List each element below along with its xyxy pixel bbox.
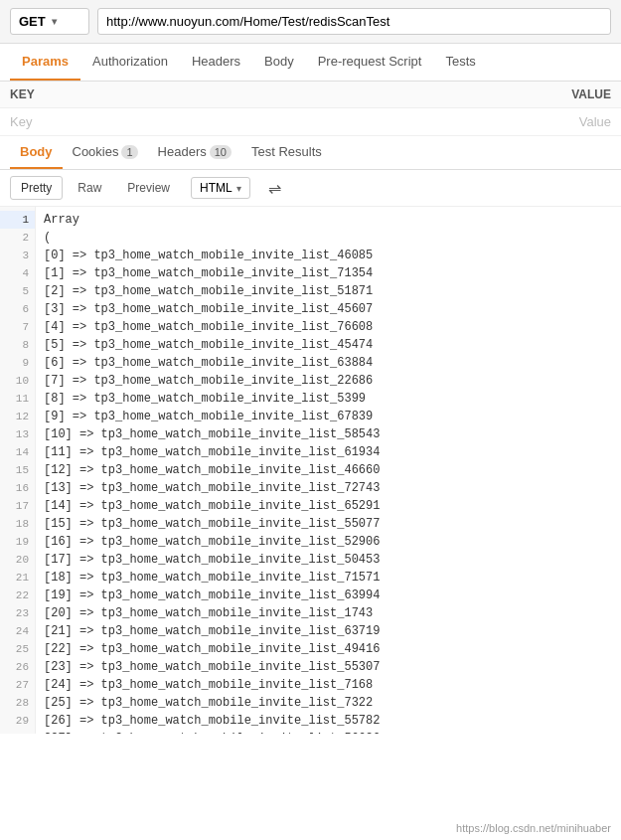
code-content: Array( [0] => tp3_home_watch_mobile_invi…	[36, 207, 621, 734]
line-number: 4	[0, 264, 35, 282]
code-line: [13] => tp3_home_watch_mobile_invite_lis…	[44, 479, 621, 497]
table-row: Key Value	[0, 108, 621, 136]
line-number: 12	[0, 408, 35, 425]
line-number: 28	[0, 694, 35, 712]
code-area: 1234567891011121314151617181920212223242…	[0, 207, 621, 734]
raw-button[interactable]: Raw	[67, 176, 112, 200]
code-line: [0] => tp3_home_watch_mobile_invite_list…	[44, 247, 621, 264]
line-number: 10	[0, 372, 35, 390]
code-line: [17] => tp3_home_watch_mobile_invite_lis…	[44, 551, 621, 569]
code-line: [26] => tp3_home_watch_mobile_invite_lis…	[44, 712, 621, 730]
code-line: [2] => tp3_home_watch_mobile_invite_list…	[44, 282, 621, 300]
format-toolbar: Pretty Raw Preview HTML ▾ ⇌	[0, 170, 621, 207]
tab-cookies[interactable]: Cookies1	[63, 136, 148, 169]
line-number: 27	[0, 676, 35, 694]
tab-params[interactable]: Params	[10, 44, 80, 81]
code-line: [22] => tp3_home_watch_mobile_invite_lis…	[44, 640, 621, 658]
line-number: 24	[0, 622, 35, 640]
line-number: 3	[0, 247, 35, 264]
code-line: [10] => tp3_home_watch_mobile_invite_lis…	[44, 425, 621, 443]
code-line: [27] => tp3_home_watch_mobile_invite_lis…	[44, 730, 621, 734]
tab-body[interactable]: Body	[252, 44, 306, 81]
params-table: KEY VALUE Key Value	[0, 82, 621, 136]
key-column-header: KEY	[0, 82, 311, 108]
line-number: 30	[0, 730, 35, 734]
tab-body-response[interactable]: Body	[10, 136, 63, 169]
headers-badge: 10	[210, 145, 232, 159]
line-number: 25	[0, 640, 35, 658]
line-number: 16	[0, 479, 35, 497]
tab-pre-request-script[interactable]: Pre-request Script	[306, 44, 434, 81]
request-tabs: Params Authorization Headers Body Pre-re…	[0, 44, 621, 82]
code-line: Array	[44, 211, 621, 229]
line-number: 23	[0, 604, 35, 622]
code-line: [16] => tp3_home_watch_mobile_invite_lis…	[44, 533, 621, 551]
tab-authorization[interactable]: Authorization	[80, 44, 180, 81]
line-number: 22	[0, 587, 35, 604]
tab-cookies-label: Cookies	[73, 144, 119, 159]
method-label: GET	[19, 14, 46, 29]
tab-test-results[interactable]: Test Results	[241, 136, 332, 169]
code-line: [7] => tp3_home_watch_mobile_invite_list…	[44, 372, 621, 390]
format-select[interactable]: HTML ▾	[191, 177, 250, 199]
line-numbers: 1234567891011121314151617181920212223242…	[0, 207, 36, 734]
cookies-badge: 1	[121, 145, 137, 159]
line-number: 14	[0, 443, 35, 461]
url-bar: GET ▾	[0, 0, 621, 44]
line-number: 6	[0, 300, 35, 318]
line-number: 20	[0, 551, 35, 569]
method-select[interactable]: GET ▾	[10, 8, 89, 35]
tab-body-label: Body	[20, 144, 53, 159]
format-value: HTML	[200, 181, 233, 195]
line-number: 7	[0, 318, 35, 336]
wrap-icon[interactable]: ⇌	[262, 177, 287, 200]
line-number: 8	[0, 336, 35, 354]
line-number: 19	[0, 533, 35, 551]
watermark: https://blog.csdn.net/minihuaber	[452, 820, 615, 836]
code-line: [19] => tp3_home_watch_mobile_invite_lis…	[44, 587, 621, 604]
response-tabs: Body Cookies1 Headers10 Test Results	[0, 136, 621, 170]
key-cell[interactable]: Key	[0, 108, 311, 136]
code-line: [5] => tp3_home_watch_mobile_invite_list…	[44, 336, 621, 354]
pretty-button[interactable]: Pretty	[10, 176, 63, 200]
tab-headers-label: Headers	[158, 144, 207, 159]
line-number: 29	[0, 712, 35, 730]
tab-headers[interactable]: Headers	[180, 44, 252, 81]
line-number: 13	[0, 425, 35, 443]
code-line: [15] => tp3_home_watch_mobile_invite_lis…	[44, 515, 621, 533]
line-number: 17	[0, 497, 35, 515]
code-line: [6] => tp3_home_watch_mobile_invite_list…	[44, 354, 621, 372]
code-line: [12] => tp3_home_watch_mobile_invite_lis…	[44, 461, 621, 479]
tab-response-headers[interactable]: Headers10	[148, 136, 241, 169]
line-number: 5	[0, 282, 35, 300]
line-number: 21	[0, 569, 35, 587]
format-chevron-icon: ▾	[236, 183, 241, 194]
code-line: [8] => tp3_home_watch_mobile_invite_list…	[44, 390, 621, 408]
code-line: [4] => tp3_home_watch_mobile_invite_list…	[44, 318, 621, 336]
code-line: [11] => tp3_home_watch_mobile_invite_lis…	[44, 443, 621, 461]
line-number: 11	[0, 390, 35, 408]
code-line: [24] => tp3_home_watch_mobile_invite_lis…	[44, 676, 621, 694]
code-line: [20] => tp3_home_watch_mobile_invite_lis…	[44, 604, 621, 622]
line-number: 15	[0, 461, 35, 479]
code-line: [14] => tp3_home_watch_mobile_invite_lis…	[44, 497, 621, 515]
preview-button[interactable]: Preview	[116, 176, 181, 200]
value-column-header: VALUE	[311, 82, 622, 108]
code-line: [1] => tp3_home_watch_mobile_invite_list…	[44, 264, 621, 282]
code-line: [21] => tp3_home_watch_mobile_invite_lis…	[44, 622, 621, 640]
line-number: 2	[0, 229, 35, 247]
code-line: [3] => tp3_home_watch_mobile_invite_list…	[44, 300, 621, 318]
line-number: 9	[0, 354, 35, 372]
tab-test-results-label: Test Results	[251, 144, 322, 159]
url-input[interactable]	[97, 8, 611, 35]
code-line: [23] => tp3_home_watch_mobile_invite_lis…	[44, 658, 621, 676]
line-number: 18	[0, 515, 35, 533]
method-chevron-icon: ▾	[52, 16, 57, 27]
code-line: (	[44, 229, 621, 247]
line-number: 26	[0, 658, 35, 676]
value-cell[interactable]: Value	[311, 108, 622, 136]
code-line: [25] => tp3_home_watch_mobile_invite_lis…	[44, 694, 621, 712]
tab-tests[interactable]: Tests	[433, 44, 487, 81]
code-line: [9] => tp3_home_watch_mobile_invite_list…	[44, 408, 621, 425]
line-number: 1	[0, 211, 35, 229]
